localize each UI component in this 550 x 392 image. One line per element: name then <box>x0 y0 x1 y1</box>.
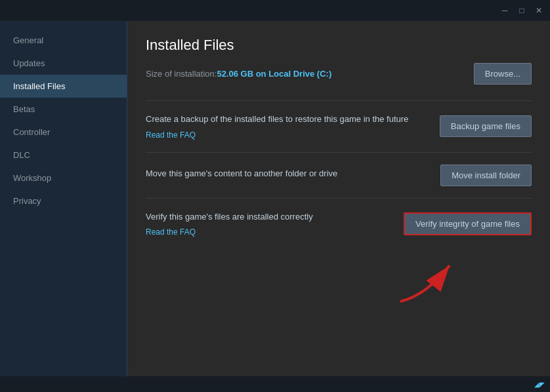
title-bar: ─ □ ✕ <box>0 0 550 21</box>
sidebar-item-controller[interactable]: Controller <box>0 121 127 144</box>
verify-faq-link[interactable]: Read the FAQ <box>146 227 196 237</box>
sidebar-item-workshop[interactable]: Workshop <box>0 167 127 189</box>
window-controls: ─ □ ✕ <box>499 5 545 16</box>
install-size-text: Size of installation: 52.06 GB on Local … <box>146 69 331 79</box>
backup-faq-link[interactable]: Read the FAQ <box>146 130 196 140</box>
verify-info: Verify this game's files are installed c… <box>146 210 404 238</box>
backup-button[interactable]: Backup game files <box>440 115 532 137</box>
maximize-button[interactable]: □ <box>516 5 528 16</box>
move-folder-button[interactable]: Move install folder <box>440 165 532 186</box>
sidebar: General Updates Installed Files Betas Co… <box>0 21 127 376</box>
minimize-button[interactable]: ─ <box>499 5 511 16</box>
verify-section: Verify this game's files are installed c… <box>146 198 532 250</box>
sidebar-item-privacy[interactable]: Privacy <box>0 189 127 212</box>
sidebar-item-betas[interactable]: Betas <box>0 98 127 121</box>
verify-btn-wrapper: Verify integrity of game files <box>404 212 532 235</box>
move-info: Move this game's content to another fold… <box>146 167 440 183</box>
move-section: Move this game's content to another fold… <box>146 152 532 198</box>
arrow-annotation <box>146 256 532 308</box>
backup-section: Create a backup of the installed files t… <box>146 100 532 152</box>
sidebar-item-dlc[interactable]: DLC <box>0 144 127 167</box>
arrow-icon <box>387 256 466 308</box>
close-button[interactable]: ✕ <box>533 5 545 16</box>
install-size-label: Size of installation: <box>146 69 217 79</box>
sidebar-item-installed-files[interactable]: Installed Files <box>0 75 127 98</box>
main-layout: General Updates Installed Files Betas Co… <box>0 21 550 376</box>
verify-desc: Verify this game's files are installed c… <box>146 210 391 224</box>
verify-integrity-button[interactable]: Verify integrity of game files <box>404 212 532 235</box>
install-size-row: Size of installation: 52.06 GB on Local … <box>146 63 532 85</box>
page-title: Installed Files <box>146 37 532 54</box>
backup-info: Create a backup of the installed files t… <box>146 113 440 140</box>
status-bar: ◢◤ <box>0 376 550 392</box>
backup-desc: Create a backup of the installed files t… <box>146 113 427 126</box>
content-area: Installed Files Size of installation: 52… <box>127 21 550 376</box>
browse-button[interactable]: Browse... <box>474 63 532 85</box>
status-icon: ◢◤ <box>534 379 545 389</box>
install-size-value: 52.06 GB on Local Drive (C:) <box>217 69 331 79</box>
sidebar-item-general[interactable]: General <box>0 29 127 52</box>
move-desc: Move this game's content to another fold… <box>146 167 427 180</box>
sidebar-item-updates[interactable]: Updates <box>0 52 127 75</box>
